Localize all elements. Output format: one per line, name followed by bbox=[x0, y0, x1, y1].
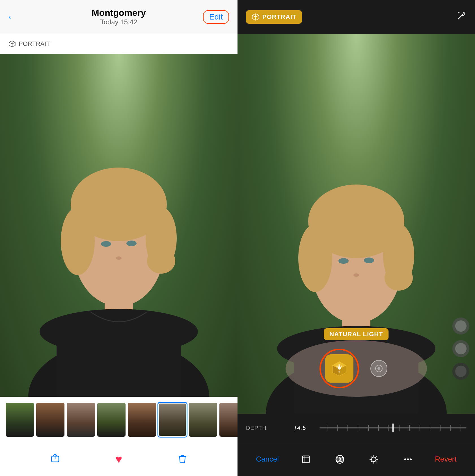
crop-icon bbox=[301, 454, 311, 464]
light-overlay bbox=[286, 340, 427, 397]
svg-rect-41 bbox=[303, 456, 309, 463]
svg-point-5 bbox=[61, 207, 95, 275]
secondary-control-icon-1 bbox=[375, 364, 383, 373]
thumbnail-5[interactable] bbox=[128, 403, 156, 437]
depth-label: DEPTH bbox=[246, 425, 280, 431]
side-control-3[interactable] bbox=[452, 363, 469, 380]
svg-line-17 bbox=[459, 12, 459, 13]
depth-slider-thumb bbox=[392, 423, 394, 432]
svg-point-8 bbox=[101, 241, 111, 247]
svg-point-36 bbox=[341, 366, 342, 367]
svg-point-35 bbox=[336, 366, 338, 367]
left-main-photo bbox=[0, 54, 238, 397]
thumbnails-strip bbox=[0, 397, 238, 442]
secondary-light-control-1[interactable] bbox=[370, 360, 387, 377]
tick bbox=[378, 425, 379, 431]
svg-point-56 bbox=[404, 458, 406, 460]
left-panel: ‹ Montgomery Today 15:42 Edit PORTRAIT bbox=[0, 0, 238, 476]
svg-point-37 bbox=[338, 371, 340, 373]
crop-button[interactable] bbox=[299, 452, 313, 466]
svg-point-25 bbox=[385, 265, 413, 291]
side-control-1[interactable] bbox=[452, 318, 469, 335]
cube-light-icon bbox=[330, 359, 348, 378]
svg-line-13 bbox=[458, 15, 463, 19]
svg-point-10 bbox=[116, 256, 122, 260]
tick bbox=[440, 425, 441, 431]
adjust-button[interactable] bbox=[367, 452, 381, 466]
tick bbox=[409, 425, 410, 431]
thumbnail-8[interactable] bbox=[219, 403, 238, 437]
svg-point-7 bbox=[147, 248, 175, 274]
revert-button[interactable]: Revert bbox=[435, 455, 457, 464]
natural-light-text: NATURAL LIGHT bbox=[329, 331, 383, 338]
svg-marker-33 bbox=[339, 366, 346, 376]
side-control-2[interactable] bbox=[452, 340, 469, 357]
portrait-cube-icon bbox=[8, 40, 16, 48]
main-light-control[interactable] bbox=[325, 354, 353, 383]
edit-button[interactable]: Edit bbox=[203, 10, 229, 24]
svg-point-27 bbox=[364, 258, 374, 263]
svg-line-54 bbox=[375, 456, 377, 458]
tick bbox=[430, 425, 430, 431]
svg-point-40 bbox=[377, 367, 380, 370]
thumbnail-6-selected[interactable] bbox=[158, 403, 187, 437]
thumbnail-4[interactable] bbox=[97, 403, 126, 437]
photo-timestamp: Today 15:42 bbox=[92, 18, 146, 26]
portrait-label-row: PORTRAIT bbox=[0, 34, 238, 54]
svg-point-58 bbox=[410, 458, 412, 460]
svg-point-14 bbox=[464, 12, 465, 14]
depth-controls: DEPTH ƒ4.5 bbox=[238, 414, 475, 442]
portrait-badge[interactable]: PORTRAIT bbox=[246, 10, 302, 24]
svg-point-23 bbox=[298, 224, 332, 292]
svg-marker-31 bbox=[332, 362, 346, 369]
right-header: PORTRAIT bbox=[238, 0, 475, 34]
svg-marker-32 bbox=[332, 366, 339, 376]
person-photo-left bbox=[23, 119, 215, 397]
thumbnail-7[interactable] bbox=[189, 403, 217, 437]
magic-wand-icon bbox=[456, 11, 467, 21]
filters-button[interactable] bbox=[333, 452, 347, 466]
left-header-center: Montgomery Today 15:42 bbox=[92, 8, 146, 26]
depth-slider-container[interactable] bbox=[319, 427, 467, 428]
svg-point-28 bbox=[353, 273, 359, 277]
svg-line-52 bbox=[371, 456, 372, 458]
thumbnail-1[interactable] bbox=[6, 403, 34, 437]
share-button[interactable] bbox=[50, 453, 60, 466]
portrait-badge-text: PORTRAIT bbox=[262, 13, 296, 21]
filters-icon bbox=[335, 454, 345, 464]
svg-point-11 bbox=[40, 309, 198, 354]
cancel-button[interactable]: Cancel bbox=[256, 455, 279, 464]
svg-marker-30 bbox=[332, 362, 346, 376]
right-bottom-bar: Cancel bbox=[238, 442, 475, 476]
thumbnail-2[interactable] bbox=[36, 403, 64, 437]
depth-value: ƒ4.5 bbox=[286, 424, 314, 432]
photo-title: Montgomery bbox=[92, 8, 146, 18]
trash-button[interactable] bbox=[177, 454, 187, 465]
tick bbox=[461, 425, 461, 431]
more-icon bbox=[403, 454, 413, 464]
svg-point-9 bbox=[126, 241, 137, 246]
back-button[interactable]: ‹ bbox=[8, 12, 11, 22]
svg-line-55 bbox=[371, 461, 372, 462]
tick bbox=[327, 425, 327, 431]
adjust-icon bbox=[369, 454, 379, 464]
thumbnail-3[interactable] bbox=[67, 403, 95, 437]
tick bbox=[399, 425, 400, 431]
tick bbox=[368, 425, 369, 431]
tick bbox=[450, 425, 451, 431]
portrait-cube-badge-icon bbox=[252, 13, 260, 21]
like-button[interactable]: ♥ bbox=[115, 453, 122, 466]
more-button[interactable] bbox=[401, 452, 415, 466]
right-panel: PORTRAIT bbox=[238, 0, 475, 476]
magic-wand-button[interactable] bbox=[456, 11, 467, 23]
left-bottom-bar: ♥ bbox=[0, 442, 238, 476]
right-main-photo: NATURAL LIGHT bbox=[238, 34, 475, 414]
depth-slider-track bbox=[319, 427, 467, 428]
tick bbox=[347, 425, 348, 431]
tick bbox=[420, 425, 420, 431]
left-header: ‹ Montgomery Today 15:42 Edit bbox=[0, 0, 238, 34]
tick bbox=[337, 425, 338, 431]
right-side-controls bbox=[452, 318, 469, 380]
main-light-control-wrapper bbox=[325, 354, 353, 383]
svg-point-38 bbox=[338, 366, 341, 370]
